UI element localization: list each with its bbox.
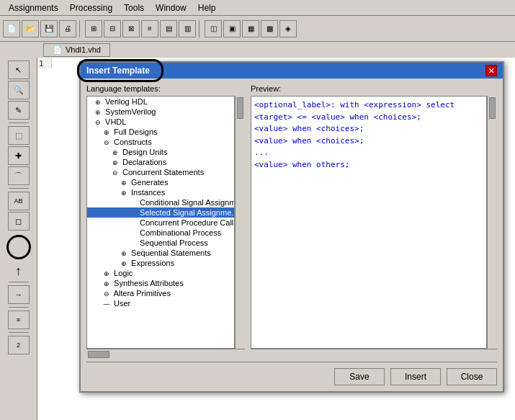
tree-expressions[interactable]: ⊕ Expressions <box>87 258 234 268</box>
menu-tools[interactable]: Tools <box>118 1 150 14</box>
tree-scrollbar-h[interactable] <box>86 349 245 359</box>
toolbar: 📄 📂 💾 🖨 ⊞ ⊟ ⊠ ≡ ▤ ▥ ◫ ▣ ▦ ▩ ◈ <box>0 16 515 42</box>
dialog-close-button[interactable]: ✕ <box>485 65 497 76</box>
sidebar-sep2 <box>9 188 29 189</box>
toolbar-btn15[interactable]: ◈ <box>279 20 297 37</box>
toolbar-save[interactable]: 💾 <box>40 20 58 37</box>
tree-concurrent-statements[interactable]: ⊖ Concurrent Statements <box>87 167 234 177</box>
tree-hscroll-thumb[interactable] <box>88 351 109 358</box>
toolbar-print[interactable]: 🖨 <box>59 20 76 37</box>
toolbar-open[interactable]: 📂 <box>22 20 39 37</box>
tree-label-combinational: Combinational Process <box>140 228 221 237</box>
preview-line-6: <value> when others; <box>254 159 483 171</box>
tree-scrollbar-v[interactable] <box>235 96 245 349</box>
sidebar-sep5 <box>9 332 29 333</box>
tree-logic[interactable]: ⊕ Logic <box>87 268 234 278</box>
tree-concurrentprocedure[interactable]: Concurrent Procedure Call <box>87 218 234 228</box>
sidebar-btn-wire[interactable]: ⌒ <box>8 166 30 185</box>
expander-fulldesigns: ⊕ <box>102 129 112 136</box>
sidebar-btn-right-arrow[interactable]: → <box>8 285 30 304</box>
tree-synthesisattributes[interactable]: ⊕ Synthesis Attributes <box>87 278 234 288</box>
tree-label-generates: Generates <box>131 178 168 187</box>
line-number-1: 1 <box>39 59 51 68</box>
tree-label-instances: Instances <box>131 188 165 197</box>
toolbar-btn7[interactable]: ⊠ <box>122 20 140 37</box>
save-button[interactable]: Save <box>334 368 385 385</box>
preview-line-3: <value> when <choices>; <box>254 123 483 135</box>
menu-help[interactable]: Help <box>192 1 222 14</box>
tree-user[interactable]: — User <box>87 298 234 308</box>
preview-scrollbar-h[interactable] <box>251 349 497 359</box>
tree-label-user: User <box>114 299 130 308</box>
expander-instances: ⊕ <box>119 189 129 197</box>
tree-label-declarations: Declarations <box>122 158 166 166</box>
sidebar-circle-highlight <box>6 235 31 259</box>
sidebar-btn-num[interactable]: 2 <box>8 336 30 354</box>
expander-sv: ⊕ <box>93 109 103 116</box>
sidebar-btn-lines[interactable]: ≡ <box>8 310 30 329</box>
menu-window[interactable]: Window <box>150 1 192 14</box>
menu-assignments[interactable]: Assignments <box>3 1 64 14</box>
file-tab-vhdl1[interactable]: 📄 Vhdl1.vhd <box>43 43 110 57</box>
tree-selectedsignal[interactable]: Selected Signal Assignme... <box>87 207 234 218</box>
sidebar-btn-zoom[interactable]: 🔍 <box>8 81 30 99</box>
tree-label-designunits: Design Units <box>122 148 167 156</box>
tree-label-expressions: Expressions <box>131 259 174 267</box>
tree-sequentialprocess[interactable]: Sequential Process <box>87 238 234 248</box>
toolbar-btn14[interactable]: ▩ <box>261 20 278 37</box>
toolbar-btn11[interactable]: ◫ <box>205 20 222 37</box>
insert-button[interactable]: Insert <box>390 368 441 385</box>
toolbar-btn6[interactable]: ⊟ <box>104 20 121 37</box>
sidebar-btn-pointer[interactable]: ↖ <box>8 61 30 79</box>
tree-label-sv: SystemVerilog <box>105 107 156 116</box>
toolbar-btn8[interactable]: ≡ <box>141 20 158 37</box>
tree-scrollbar-thumb[interactable] <box>237 97 243 119</box>
toolbar-new[interactable]: 📄 <box>3 20 20 37</box>
sidebar-btn-move[interactable]: ✚ <box>8 146 30 165</box>
close-button[interactable]: Close <box>447 368 497 385</box>
tree-sequentialstatements[interactable]: ⊕ Sequential Statements <box>87 248 234 258</box>
sidebar-btn-cursor[interactable]: ✎ <box>8 101 30 120</box>
expander-vhdl: ⊖ <box>93 119 103 126</box>
sidebar-sep4 <box>9 307 29 308</box>
sidebar-arrow-up[interactable]: ↑ <box>15 264 22 279</box>
sidebar-btn-select[interactable]: ⬚ <box>8 126 30 145</box>
file-tab-label: Vhdl1.vhd <box>66 45 101 54</box>
language-tree[interactable]: ⊕ Verilog HDL ⊕ SystemVerilog ⊖ VHDL ⊕ <box>86 96 235 349</box>
tree-combinationalprocess[interactable]: Combinational Process <box>87 228 234 238</box>
expander-concurrent: ⊖ <box>110 169 120 177</box>
tree-verilog[interactable]: ⊕ Verilog HDL <box>87 97 234 107</box>
toolbar-btn5[interactable]: ⊞ <box>85 20 102 37</box>
tree-label-concurrent: Concurrent Statements <box>122 168 204 177</box>
sidebar: ↖ 🔍 ✎ ⬚ ✚ ⌒ AB ◻ ↑ → ≡ 2 <box>0 58 37 420</box>
menu-processing[interactable]: Processing <box>64 1 118 14</box>
tree-fulldesigns[interactable]: ⊕ Full Designs <box>87 127 234 137</box>
toolbar-btn12[interactable]: ▣ <box>223 20 241 37</box>
expander-expressions: ⊕ <box>119 260 129 267</box>
toolbar-btn13[interactable]: ▦ <box>242 20 259 37</box>
tree-alteraprimitives[interactable]: ⊖ Altera Primitives <box>87 288 234 298</box>
line-numbers: 1 <box>37 58 52 68</box>
sidebar-btn-shape[interactable]: ◻ <box>8 212 30 231</box>
tree-systemverilog[interactable]: ⊕ SystemVerilog <box>87 107 234 117</box>
toolbar-btn10[interactable]: ▥ <box>179 20 196 37</box>
sidebar-sep1 <box>9 122 29 123</box>
insert-template-dialog: Insert Template ✕ Language templates: ⊕ … <box>79 61 504 393</box>
tree-constructs[interactable]: ⊖ Constructs <box>87 137 234 147</box>
toolbar-sep2 <box>199 20 202 37</box>
preview-scrollbar-v[interactable] <box>487 96 497 349</box>
tree-vhdl[interactable]: ⊖ VHDL <box>87 117 234 127</box>
tree-label-verilog: Verilog HDL <box>105 97 148 106</box>
tree-conditionalsignal[interactable]: Conditional Signal Assignm... <box>87 197 234 207</box>
tree-generates[interactable]: ⊕ Generates <box>87 177 234 187</box>
toolbar-btn9[interactable]: ▤ <box>160 20 177 37</box>
preview-scrollbar-thumb[interactable] <box>489 97 496 119</box>
tree-declarations[interactable]: ⊕ Declarations <box>87 157 234 167</box>
expander-designunits: ⊕ <box>110 149 120 156</box>
tree-instances[interactable]: ⊕ Instances <box>87 187 234 197</box>
tree-designunits[interactable]: ⊕ Design Units <box>87 147 234 157</box>
preview-panel: <optional_label>: with <expression> sele… <box>251 96 487 349</box>
sidebar-btn-ab[interactable]: AB <box>8 192 30 210</box>
tree-label-sequential: Sequential Process <box>140 238 208 247</box>
preview-line-1: <optional_label>: with <expression> sele… <box>254 99 483 112</box>
